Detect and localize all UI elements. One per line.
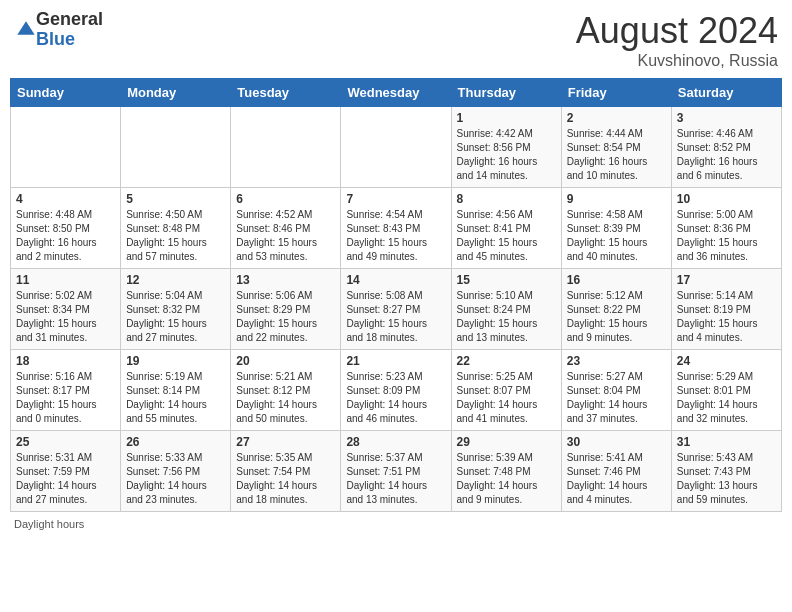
logo-text: General Blue: [36, 10, 103, 50]
calendar-cell: 11Sunrise: 5:02 AMSunset: 8:34 PMDayligh…: [11, 269, 121, 350]
calendar-cell: 8Sunrise: 4:56 AMSunset: 8:41 PMDaylight…: [451, 188, 561, 269]
calendar-week-row: 25Sunrise: 5:31 AMSunset: 7:59 PMDayligh…: [11, 431, 782, 512]
calendar-week-row: 1Sunrise: 4:42 AMSunset: 8:56 PMDaylight…: [11, 107, 782, 188]
day-number: 6: [236, 192, 335, 206]
day-info: Sunrise: 5:27 AMSunset: 8:04 PMDaylight:…: [567, 370, 666, 426]
day-info: Sunrise: 5:21 AMSunset: 8:12 PMDaylight:…: [236, 370, 335, 426]
day-number: 13: [236, 273, 335, 287]
page-header: General Blue August 2024 Kuvshinovo, Rus…: [10, 10, 782, 70]
daylight-hours-label: Daylight hours: [14, 518, 84, 530]
day-number: 10: [677, 192, 776, 206]
day-number: 12: [126, 273, 225, 287]
weekday-header-row: SundayMondayTuesdayWednesdayThursdayFrid…: [11, 79, 782, 107]
day-number: 22: [457, 354, 556, 368]
calendar-cell: 15Sunrise: 5:10 AMSunset: 8:24 PMDayligh…: [451, 269, 561, 350]
calendar-week-row: 11Sunrise: 5:02 AMSunset: 8:34 PMDayligh…: [11, 269, 782, 350]
day-number: 23: [567, 354, 666, 368]
day-info: Sunrise: 5:41 AMSunset: 7:46 PMDaylight:…: [567, 451, 666, 507]
day-info: Sunrise: 5:25 AMSunset: 8:07 PMDaylight:…: [457, 370, 556, 426]
calendar-cell: 25Sunrise: 5:31 AMSunset: 7:59 PMDayligh…: [11, 431, 121, 512]
calendar-cell: 18Sunrise: 5:16 AMSunset: 8:17 PMDayligh…: [11, 350, 121, 431]
weekday-header: Friday: [561, 79, 671, 107]
day-number: 3: [677, 111, 776, 125]
day-info: Sunrise: 5:43 AMSunset: 7:43 PMDaylight:…: [677, 451, 776, 507]
calendar-cell: 26Sunrise: 5:33 AMSunset: 7:56 PMDayligh…: [121, 431, 231, 512]
day-number: 5: [126, 192, 225, 206]
logo-icon: [16, 20, 36, 40]
day-number: 18: [16, 354, 115, 368]
day-info: Sunrise: 5:19 AMSunset: 8:14 PMDaylight:…: [126, 370, 225, 426]
calendar-cell: 16Sunrise: 5:12 AMSunset: 8:22 PMDayligh…: [561, 269, 671, 350]
day-number: 24: [677, 354, 776, 368]
calendar-cell: 27Sunrise: 5:35 AMSunset: 7:54 PMDayligh…: [231, 431, 341, 512]
location: Kuvshinovo, Russia: [576, 52, 778, 70]
day-number: 19: [126, 354, 225, 368]
day-info: Sunrise: 4:52 AMSunset: 8:46 PMDaylight:…: [236, 208, 335, 264]
calendar-cell: 31Sunrise: 5:43 AMSunset: 7:43 PMDayligh…: [671, 431, 781, 512]
calendar-cell: 20Sunrise: 5:21 AMSunset: 8:12 PMDayligh…: [231, 350, 341, 431]
day-number: 14: [346, 273, 445, 287]
day-info: Sunrise: 5:10 AMSunset: 8:24 PMDaylight:…: [457, 289, 556, 345]
calendar-cell: [231, 107, 341, 188]
day-number: 2: [567, 111, 666, 125]
day-number: 8: [457, 192, 556, 206]
day-info: Sunrise: 5:23 AMSunset: 8:09 PMDaylight:…: [346, 370, 445, 426]
day-number: 30: [567, 435, 666, 449]
day-info: Sunrise: 5:16 AMSunset: 8:17 PMDaylight:…: [16, 370, 115, 426]
day-number: 11: [16, 273, 115, 287]
calendar-cell: [121, 107, 231, 188]
day-info: Sunrise: 4:48 AMSunset: 8:50 PMDaylight:…: [16, 208, 115, 264]
footer-note: Daylight hours: [10, 518, 782, 530]
day-number: 25: [16, 435, 115, 449]
month-year: August 2024: [576, 10, 778, 52]
calendar-cell: 19Sunrise: 5:19 AMSunset: 8:14 PMDayligh…: [121, 350, 231, 431]
day-number: 31: [677, 435, 776, 449]
logo: General Blue: [14, 10, 103, 50]
weekday-header: Monday: [121, 79, 231, 107]
calendar-cell: 17Sunrise: 5:14 AMSunset: 8:19 PMDayligh…: [671, 269, 781, 350]
calendar-cell: 5Sunrise: 4:50 AMSunset: 8:48 PMDaylight…: [121, 188, 231, 269]
calendar-cell: 4Sunrise: 4:48 AMSunset: 8:50 PMDaylight…: [11, 188, 121, 269]
calendar-cell: 28Sunrise: 5:37 AMSunset: 7:51 PMDayligh…: [341, 431, 451, 512]
calendar-cell: 9Sunrise: 4:58 AMSunset: 8:39 PMDaylight…: [561, 188, 671, 269]
calendar-cell: 21Sunrise: 5:23 AMSunset: 8:09 PMDayligh…: [341, 350, 451, 431]
calendar-cell: 30Sunrise: 5:41 AMSunset: 7:46 PMDayligh…: [561, 431, 671, 512]
day-info: Sunrise: 5:39 AMSunset: 7:48 PMDaylight:…: [457, 451, 556, 507]
calendar-cell: 7Sunrise: 4:54 AMSunset: 8:43 PMDaylight…: [341, 188, 451, 269]
calendar-cell: 2Sunrise: 4:44 AMSunset: 8:54 PMDaylight…: [561, 107, 671, 188]
day-number: 1: [457, 111, 556, 125]
day-info: Sunrise: 5:00 AMSunset: 8:36 PMDaylight:…: [677, 208, 776, 264]
day-info: Sunrise: 5:29 AMSunset: 8:01 PMDaylight:…: [677, 370, 776, 426]
calendar-cell: 24Sunrise: 5:29 AMSunset: 8:01 PMDayligh…: [671, 350, 781, 431]
day-info: Sunrise: 5:08 AMSunset: 8:27 PMDaylight:…: [346, 289, 445, 345]
day-number: 21: [346, 354, 445, 368]
calendar-cell: 6Sunrise: 4:52 AMSunset: 8:46 PMDaylight…: [231, 188, 341, 269]
weekday-header: Wednesday: [341, 79, 451, 107]
day-number: 28: [346, 435, 445, 449]
calendar-cell: 1Sunrise: 4:42 AMSunset: 8:56 PMDaylight…: [451, 107, 561, 188]
day-info: Sunrise: 4:56 AMSunset: 8:41 PMDaylight:…: [457, 208, 556, 264]
calendar-week-row: 4Sunrise: 4:48 AMSunset: 8:50 PMDaylight…: [11, 188, 782, 269]
day-info: Sunrise: 5:37 AMSunset: 7:51 PMDaylight:…: [346, 451, 445, 507]
calendar-cell: [341, 107, 451, 188]
day-number: 15: [457, 273, 556, 287]
day-info: Sunrise: 5:33 AMSunset: 7:56 PMDaylight:…: [126, 451, 225, 507]
day-number: 7: [346, 192, 445, 206]
day-number: 20: [236, 354, 335, 368]
day-info: Sunrise: 4:46 AMSunset: 8:52 PMDaylight:…: [677, 127, 776, 183]
calendar-cell: 14Sunrise: 5:08 AMSunset: 8:27 PMDayligh…: [341, 269, 451, 350]
calendar-cell: 13Sunrise: 5:06 AMSunset: 8:29 PMDayligh…: [231, 269, 341, 350]
title-block: August 2024 Kuvshinovo, Russia: [576, 10, 778, 70]
day-number: 27: [236, 435, 335, 449]
day-info: Sunrise: 4:54 AMSunset: 8:43 PMDaylight:…: [346, 208, 445, 264]
day-number: 16: [567, 273, 666, 287]
day-number: 17: [677, 273, 776, 287]
day-info: Sunrise: 5:12 AMSunset: 8:22 PMDaylight:…: [567, 289, 666, 345]
day-number: 26: [126, 435, 225, 449]
day-info: Sunrise: 5:14 AMSunset: 8:19 PMDaylight:…: [677, 289, 776, 345]
weekday-header: Sunday: [11, 79, 121, 107]
calendar-cell: 10Sunrise: 5:00 AMSunset: 8:36 PMDayligh…: [671, 188, 781, 269]
calendar-cell: 12Sunrise: 5:04 AMSunset: 8:32 PMDayligh…: [121, 269, 231, 350]
calendar-cell: 23Sunrise: 5:27 AMSunset: 8:04 PMDayligh…: [561, 350, 671, 431]
day-info: Sunrise: 5:31 AMSunset: 7:59 PMDaylight:…: [16, 451, 115, 507]
